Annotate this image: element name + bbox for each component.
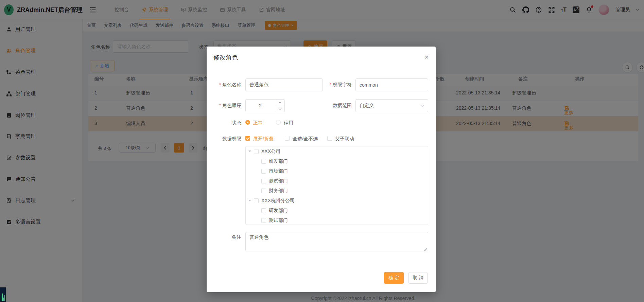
role-key-input[interactable] [355, 78, 428, 91]
tree-checkbox[interactable] [261, 208, 266, 213]
tree-checkbox[interactable] [254, 198, 259, 203]
tree-expand-icon[interactable] [248, 200, 251, 201]
remark-label: 备注 [207, 234, 241, 241]
tree-checkbox[interactable] [261, 159, 266, 164]
tree-node[interactable]: 财务部门 [246, 186, 428, 196]
confirm-button[interactable]: 确 定 [384, 272, 404, 284]
tree-checkbox[interactable] [261, 179, 266, 183]
tree-checkbox[interactable] [261, 218, 266, 223]
tree-expand-icon[interactable] [248, 150, 251, 152]
role-name-input[interactable] [245, 78, 323, 91]
status-disabled-label[interactable]: 停用 [284, 120, 293, 126]
tree-node-label: 测试部门 [269, 178, 288, 184]
data-scope-label: 数据范围 [318, 103, 352, 109]
role-sort-input[interactable] [246, 100, 275, 112]
expand-collapse-label[interactable]: 展开/折叠 [253, 136, 274, 142]
tree-node[interactable]: 市场部门 [246, 166, 428, 176]
expand-collapse-checkbox[interactable] [245, 136, 250, 141]
decrement-button[interactable] [275, 106, 284, 112]
department-tree: XXX公司 研发部门 市场部门 测试部门 财务部门 XXX杭州分公司 研发部门 … [245, 146, 428, 225]
dialog-title: 修改角色 [213, 53, 238, 61]
tree-node-label: 研发部门 [269, 158, 288, 164]
tree-node-label: 研发部门 [269, 208, 288, 214]
remark-textarea[interactable]: 普通角色 [245, 232, 428, 251]
data-permission-label: 数据权限 [207, 136, 241, 142]
stepper-controls [275, 100, 284, 112]
tree-node-label: XXX公司 [261, 148, 280, 155]
chevron-down-icon [420, 105, 424, 107]
tree-node-label: XXX杭州分公司 [261, 198, 295, 204]
status-label: 状态 [207, 120, 241, 126]
role-sort-stepper [245, 99, 285, 112]
tree-node[interactable]: 测试部门 [246, 176, 428, 186]
data-scope-value: 自定义 [360, 103, 374, 109]
textarea-resize-handle[interactable] [424, 248, 428, 251]
role-key-label: 权限字符 [318, 82, 352, 88]
tree-checkbox[interactable] [261, 189, 266, 193]
parent-child-link-label[interactable]: 父子联动 [335, 136, 354, 142]
status-normal-radio[interactable] [245, 120, 250, 125]
data-scope-select[interactable]: 自定义 [355, 99, 428, 112]
close-icon[interactable]: ✕ [424, 54, 429, 60]
cancel-button[interactable]: 取 消 [408, 272, 428, 284]
tree-node-label: 市场部门 [269, 168, 288, 174]
tree-node[interactable]: XXX杭州分公司 [246, 196, 428, 206]
tree-node[interactable]: 研发部门 [246, 156, 428, 166]
tree-checkbox[interactable] [261, 169, 266, 174]
parent-child-link-checkbox[interactable] [327, 136, 332, 141]
tree-node-label: 财务部门 [269, 188, 288, 194]
select-all-checkbox[interactable] [285, 136, 290, 141]
role-sort-label: 角色顺序 [207, 103, 241, 109]
role-name-label: 角色名称 [207, 82, 241, 88]
select-all-label[interactable]: 全选/全不选 [293, 136, 318, 142]
performance-monitor-widget[interactable] [0, 287, 6, 302]
tree-node[interactable]: 研发部门 [246, 206, 428, 215]
tree-node[interactable]: 测试部门 [246, 215, 428, 225]
tree-node-label: 测试部门 [269, 217, 288, 224]
status-normal-label[interactable]: 正常 [253, 120, 263, 126]
status-disabled-radio[interactable] [276, 120, 281, 125]
tree-checkbox[interactable] [254, 149, 259, 154]
increment-button[interactable] [275, 100, 284, 106]
tree-node[interactable]: XXX公司 [246, 146, 428, 156]
edit-role-dialog: 修改角色 ✕ 角色名称 权限字符 角色顺序 数据范围 自定义 状态 正常 停用 … [207, 47, 436, 292]
